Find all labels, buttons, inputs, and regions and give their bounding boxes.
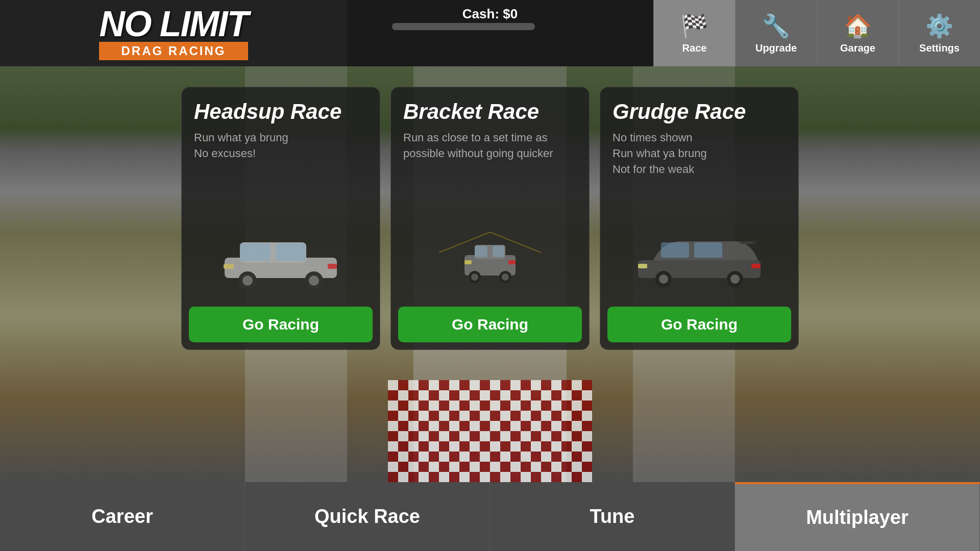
grudge-card-content: Grudge Race No times shownRun what ya br… xyxy=(600,87,798,302)
cash-label: Cash: xyxy=(462,6,499,21)
grudge-car-area xyxy=(612,177,786,293)
bottom-tab-multiplayer[interactable]: Multiplayer xyxy=(735,482,980,551)
svg-rect-24 xyxy=(694,242,722,258)
svg-rect-32 xyxy=(754,240,756,244)
svg-point-28 xyxy=(730,274,740,284)
top-bar: NO LIMIT DRAG RACING Cash: $0 Gold: 511 … xyxy=(0,0,980,66)
svg-rect-16 xyxy=(475,246,487,257)
nav-tab-race[interactable]: 🏁 Race xyxy=(653,0,735,66)
headsup-card-content: Headsup Race Run what ya brungNo excuses… xyxy=(182,87,380,302)
race-tab-label: Race xyxy=(682,42,707,54)
bracket-card-content: Bracket Race Run as close to a set time … xyxy=(391,87,589,302)
bracket-car-svg xyxy=(424,227,556,288)
headsup-title: Headsup Race xyxy=(194,99,368,124)
svg-point-5 xyxy=(309,276,319,286)
upgrade-tab-label: Upgrade xyxy=(755,42,797,54)
svg-rect-8 xyxy=(224,264,234,269)
cash-display: Cash: $0 xyxy=(462,6,518,22)
grudge-car-svg xyxy=(633,227,766,288)
headsup-desc: Run what ya brungNo excuses! xyxy=(194,130,368,162)
cash-value: $0 xyxy=(503,6,518,21)
bracket-car-area xyxy=(403,162,577,293)
bracket-desc: Run as close to a set time as possible w… xyxy=(403,130,577,162)
svg-rect-30 xyxy=(751,264,761,268)
grudge-title: Grudge Race xyxy=(612,99,786,124)
bracket-title: Bracket Race xyxy=(403,99,577,124)
svg-rect-17 xyxy=(493,246,504,257)
logo-wrapper: NO LIMIT DRAG RACING xyxy=(99,6,248,60)
svg-point-13 xyxy=(471,273,478,281)
nav-tab-garage[interactable]: 🏠 Garage xyxy=(817,0,898,66)
bottom-tab-quick-race[interactable]: Quick Race xyxy=(245,482,490,551)
garage-tab-label: Garage xyxy=(840,42,875,54)
svg-point-26 xyxy=(659,274,668,284)
main-content: Headsup Race Run what ya brungNo excuses… xyxy=(0,66,980,482)
quick-race-tab-label: Quick Race xyxy=(314,506,420,528)
svg-rect-9 xyxy=(328,264,337,269)
svg-point-3 xyxy=(242,276,253,286)
nav-tab-settings[interactable]: ⚙️ Settings xyxy=(898,0,980,66)
logo-title: NO LIMIT xyxy=(99,6,248,42)
headsup-go-racing-button[interactable]: Go Racing xyxy=(189,307,373,342)
grudge-desc: No times shownRun what ya brungNot for t… xyxy=(612,130,786,177)
grudge-race-card: Grudge Race No times shownRun what ya br… xyxy=(600,87,799,350)
checker-pattern xyxy=(388,380,592,482)
bottom-tab-tune[interactable]: Tune xyxy=(490,482,735,551)
settings-icon: ⚙️ xyxy=(925,13,953,39)
bottom-tab-career[interactable]: Career xyxy=(0,482,245,551)
multiplayer-tab-label: Multiplayer xyxy=(806,507,909,529)
garage-icon: 🏠 xyxy=(844,13,872,39)
bottom-tabs: Career Quick Race Tune Multiplayer xyxy=(0,482,980,551)
bracket-go-racing-button[interactable]: Go Racing xyxy=(398,307,582,342)
race-cards: Headsup Race Run what ya brungNo excuses… xyxy=(163,87,817,350)
headsup-race-card: Headsup Race Run what ya brungNo excuses… xyxy=(181,87,380,350)
tune-tab-label: Tune xyxy=(590,506,635,528)
headsup-car-area xyxy=(194,162,368,293)
race-icon: 🏁 xyxy=(680,13,708,39)
grudge-go-racing-button[interactable]: Go Racing xyxy=(607,307,791,342)
upgrade-icon: 🔧 xyxy=(762,13,790,39)
svg-rect-31 xyxy=(740,241,755,244)
svg-point-15 xyxy=(502,273,509,281)
headsup-car-svg xyxy=(214,227,347,288)
logo-area: NO LIMIT DRAG RACING xyxy=(0,0,347,66)
logo-subtitle: DRAG RACING xyxy=(99,42,248,60)
svg-rect-6 xyxy=(240,243,271,261)
svg-rect-18 xyxy=(464,260,472,264)
svg-rect-29 xyxy=(638,264,647,268)
nav-tab-upgrade[interactable]: 🔧 Upgrade xyxy=(735,0,817,66)
svg-rect-19 xyxy=(508,260,516,264)
cash-bar xyxy=(392,23,535,30)
svg-rect-7 xyxy=(276,243,305,261)
career-tab-label: Career xyxy=(91,506,153,528)
svg-rect-23 xyxy=(661,242,689,258)
nav-tabs: 🏁 Race 🔧 Upgrade 🏠 Garage ⚙️ Settings xyxy=(653,0,980,66)
settings-tab-label: Settings xyxy=(919,42,960,54)
bracket-race-card: Bracket Race Run as close to a set time … xyxy=(390,87,590,350)
